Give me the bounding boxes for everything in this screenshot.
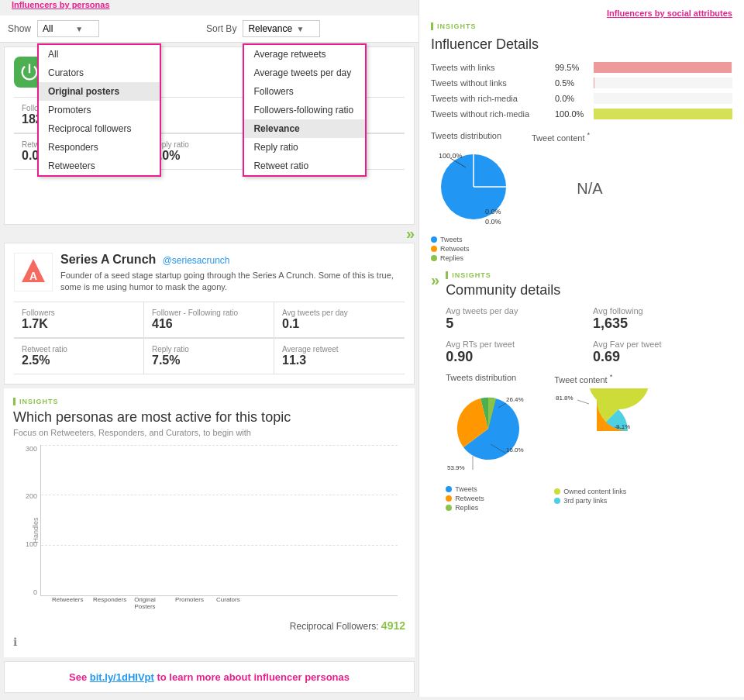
svg-text:0.0%: 0.0% bbox=[485, 218, 501, 226]
stat-reply-ratio-2: Reply ratio 7.5% bbox=[144, 339, 274, 374]
metrics-section: Tweets with links 99.5% Tweets without l… bbox=[431, 62, 732, 119]
sort-option-followers[interactable]: Followers bbox=[244, 82, 365, 101]
influencers-by-personas-label: Influencers by personas bbox=[12, 0, 110, 9]
avatar-2: A bbox=[14, 253, 53, 291]
y-300: 300 bbox=[26, 445, 37, 453]
show-option-reciprocal[interactable]: Reciprocal followers bbox=[39, 119, 160, 138]
avg-following: Avg following 1,635 bbox=[593, 306, 732, 332]
sort-dropdown-menu: Average retweets Average tweets per day … bbox=[243, 43, 367, 177]
pie2-na: N/A bbox=[532, 147, 648, 232]
svg-text:16.0%: 16.0% bbox=[506, 447, 524, 453]
influencers-by-social-label: Influencers by social attributes bbox=[607, 9, 732, 18]
sort-option-avg-retweets[interactable]: Average retweets bbox=[244, 45, 365, 64]
show-dropdown-menu: All Curators Original posters Promoters … bbox=[37, 43, 161, 177]
pie1-legend: Tweets Retweets Replies bbox=[431, 236, 524, 262]
influencer2-handle: @seriesacrunch bbox=[163, 255, 230, 266]
influencer2-bio: Founder of a seed stage startup going th… bbox=[60, 270, 405, 294]
influencer-card-2: A Series A Crunch @seriesacrunch Founder… bbox=[4, 243, 415, 384]
metric-tweets-no-rich-media: Tweets without rich-media 100.0% bbox=[431, 109, 732, 119]
sort-option-relevance[interactable]: Relevance bbox=[244, 119, 365, 138]
svg-text:9.1%: 9.1% bbox=[616, 423, 630, 430]
insights-tag: INSIGHTS bbox=[13, 398, 405, 405]
bar-label-promoters: Promoters bbox=[175, 596, 197, 616]
reciprocal-followers-row: Reciprocal Followers: 4912 bbox=[13, 616, 405, 636]
show-option-promoters[interactable]: Promoters bbox=[39, 101, 160, 119]
see-prefix: See bbox=[69, 671, 87, 683]
metric-tweets-without-links: Tweets without links 0.5% bbox=[431, 78, 732, 88]
bar-label-responders: Responders bbox=[93, 596, 115, 616]
sort-option-retweet[interactable]: Retweet ratio bbox=[244, 157, 365, 175]
sort-option-reply[interactable]: Reply ratio bbox=[244, 138, 365, 157]
pie4-container: Tweet content * 81.8% bbox=[554, 373, 655, 513]
pie4-svg: 81.8% 9.1% bbox=[554, 388, 655, 481]
community-insights-tag: INSIGHTS bbox=[446, 271, 732, 279]
stat-ff-ratio-2: Follower - Following ratio 416 bbox=[144, 302, 274, 338]
influencer2-name: Series A Crunch bbox=[60, 253, 156, 266]
insights-personas-section: INSIGHTS Which personas are most active … bbox=[4, 388, 415, 657]
influencer-details-title: Influencer Details bbox=[431, 36, 732, 53]
reciprocal-label: Reciprocal Followers: bbox=[290, 621, 379, 632]
stat-tweets-day-2: Avg tweets per day 0.1 bbox=[274, 302, 405, 338]
community-section: » INSIGHTS Community details Avg tweets … bbox=[431, 271, 732, 513]
show-option-original-posters[interactable]: Original posters bbox=[39, 82, 160, 101]
community-title: Community details bbox=[446, 282, 732, 298]
sort-option-avg-tweets[interactable]: Average tweets per day bbox=[244, 64, 365, 82]
insights-subtitle: Focus on Retweeters, Responders, and Cur… bbox=[13, 428, 405, 437]
svg-text:0.0%: 0.0% bbox=[485, 208, 501, 216]
community-stats-grid: Avg tweets per day 5 Avg following 1,635… bbox=[446, 306, 732, 365]
toolbar: Show All ▼ All Curators Original posters… bbox=[0, 16, 418, 43]
show-option-retweeters[interactable]: Retweeters bbox=[39, 157, 160, 175]
pie2-container: Tweet content * N/A bbox=[532, 131, 648, 264]
bar-label-original-posters: Original Posters bbox=[134, 596, 156, 616]
show-value: All bbox=[43, 23, 53, 34]
metric-tweets-rich-media: Tweets with rich-media 0.0% bbox=[431, 93, 732, 104]
pie3-legend: Tweets Retweets Replies bbox=[446, 485, 546, 512]
info-icon: ℹ bbox=[13, 636, 405, 648]
right-insights-tag: INSIGHTS bbox=[431, 22, 477, 30]
community-arrow-icon: » bbox=[431, 271, 439, 289]
bar-label-curators: Curators bbox=[216, 596, 238, 616]
show-chevron-icon: ▼ bbox=[75, 25, 83, 33]
pie1-container: Tweets distribution 100.0% 0.0% 0.0% Twe… bbox=[431, 131, 524, 264]
see-link-box: See bit.ly/1dHIVpt to learn more about i… bbox=[4, 661, 415, 693]
svg-text:26.4%: 26.4% bbox=[506, 396, 524, 403]
sort-chevron-icon: ▼ bbox=[296, 25, 304, 33]
pie1-svg: 100.0% 0.0% 0.0% bbox=[431, 144, 524, 229]
avg-rts-per-tweet: Avg RTs per tweet 0.90 bbox=[446, 340, 585, 365]
sort-select[interactable]: Relevance ▼ bbox=[243, 20, 320, 37]
avg-tweets-per-day: Avg tweets per day 5 bbox=[446, 306, 585, 332]
scroll-arrow-icon: » bbox=[406, 225, 415, 243]
reciprocal-value: 4912 bbox=[381, 619, 405, 632]
show-dropdown-container[interactable]: All ▼ All Curators Original posters Prom… bbox=[37, 20, 99, 37]
pie-charts-row-2: Tweets distribution bbox=[446, 373, 732, 513]
see-link-anchor[interactable]: bit.ly/1dHIVpt bbox=[90, 671, 154, 683]
metric-tweets-with-links: Tweets with links 99.5% bbox=[431, 62, 732, 73]
y-200: 200 bbox=[26, 492, 37, 500]
see-suffix: to learn more about influencer personas bbox=[157, 671, 350, 683]
sort-option-followers-ratio[interactable]: Followers-following ratio bbox=[244, 101, 365, 119]
sort-by-label: Sort By bbox=[206, 23, 236, 34]
pie3-container: Tweets distribution bbox=[446, 373, 546, 513]
see-link-text: See bit.ly/1dHIVpt to learn more about i… bbox=[14, 671, 405, 683]
svg-line-17 bbox=[577, 400, 589, 404]
bar-label-retweeters: Retweeters bbox=[52, 596, 74, 616]
sort-value: Relevance bbox=[248, 23, 292, 34]
pie3-svg: 26.4% 16.0% 53.9% bbox=[446, 386, 546, 479]
svg-text:81.8%: 81.8% bbox=[556, 395, 574, 402]
pie-charts-row-1: Tweets distribution 100.0% 0.0% 0.0% Twe… bbox=[431, 131, 732, 264]
show-option-curators[interactable]: Curators bbox=[39, 64, 160, 82]
right-panel: Influencers by social attributes INSIGHT… bbox=[418, 0, 744, 697]
show-option-all[interactable]: All bbox=[39, 45, 160, 64]
insights-title: Which personas are most active for this … bbox=[13, 409, 405, 426]
show-select[interactable]: All ▼ bbox=[37, 20, 99, 37]
stat-retweet-ratio-2: Retweet ratio 2.5% bbox=[14, 339, 144, 374]
y-0: 0 bbox=[33, 588, 37, 596]
stat-followers-2: Followers 1.7K bbox=[14, 302, 144, 338]
show-option-responders[interactable]: Responders bbox=[39, 138, 160, 157]
avg-fav-per-tweet: Avg Fav per tweet 0.69 bbox=[593, 340, 732, 365]
pie4-legend: Owned content links 3rd party links bbox=[554, 488, 655, 505]
svg-text:A: A bbox=[29, 270, 37, 282]
show-label: Show bbox=[8, 23, 31, 34]
svg-text:53.9%: 53.9% bbox=[447, 464, 465, 471]
sort-dropdown-container[interactable]: Relevance ▼ Average retweets Average twe… bbox=[243, 20, 320, 37]
